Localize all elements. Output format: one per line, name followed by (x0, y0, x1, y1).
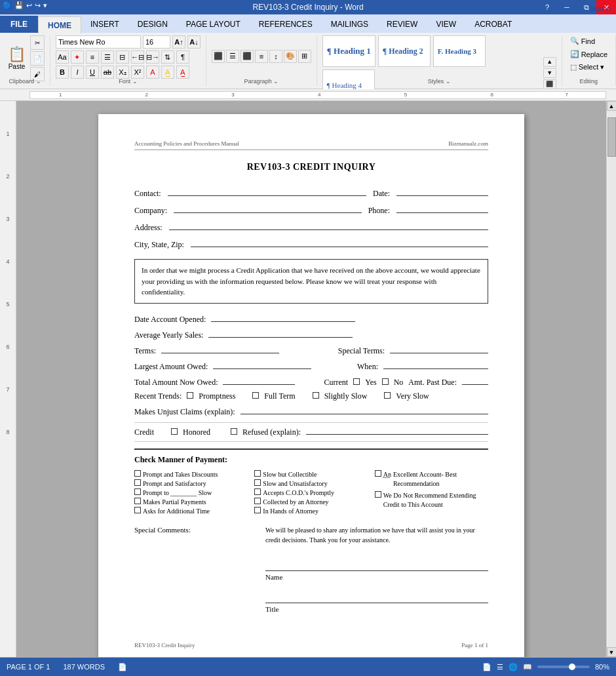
shading-btn[interactable]: 🎨 (284, 50, 297, 63)
style-heading3[interactable]: F. Heading 3 (433, 35, 486, 67)
name-line[interactable] (265, 558, 488, 571)
scroll-up-arrow[interactable]: ▲ (607, 101, 617, 111)
style-heading1[interactable]: ¶ Heading 1 (322, 35, 375, 67)
clear-format-btn[interactable]: ✦ (71, 50, 84, 64)
subscript-btn[interactable]: X₂ (116, 66, 129, 79)
terms-field[interactable] (161, 344, 279, 353)
title-line[interactable] (265, 590, 488, 603)
customize-btn[interactable]: ▾ (43, 1, 47, 10)
special-terms-field[interactable] (390, 344, 488, 353)
cb-no-recommend[interactable] (375, 491, 381, 498)
cb-prompt-disc[interactable] (134, 470, 141, 477)
style-heading2[interactable]: ¶ Heading 2 (378, 35, 431, 67)
contact-field[interactable] (168, 187, 366, 196)
sort-btn[interactable]: ⇅ (161, 50, 174, 64)
styles-scroll-down[interactable]: ▼ (543, 68, 556, 78)
align-left-btn[interactable]: ⬛ (212, 50, 225, 63)
font-grow-btn[interactable]: A↑ (172, 35, 185, 49)
italic-btn[interactable]: I (71, 66, 84, 79)
amt-past-field[interactable] (462, 376, 488, 385)
very-slow-cb[interactable] (384, 392, 391, 399)
indent-dec[interactable]: ←⊟ (131, 50, 144, 64)
tab-page-layout[interactable]: PAGE LAYOUT (177, 16, 250, 33)
align-right-btn[interactable]: ⬛ (241, 50, 254, 63)
cb-excellent[interactable] (375, 470, 381, 477)
list-btn3[interactable]: ⊟ (116, 50, 129, 64)
unjust-field[interactable] (241, 405, 488, 414)
align-justify-btn[interactable]: ≡ (255, 50, 268, 63)
scroll-down-arrow[interactable]: ▼ (607, 647, 617, 657)
cb-prompt-sat[interactable] (134, 479, 141, 486)
cb-slow-coll[interactable] (254, 470, 261, 477)
tab-insert[interactable]: INSERT (81, 16, 128, 33)
tab-home[interactable]: HOME (38, 16, 81, 33)
cut-button[interactable]: ✂ (30, 35, 45, 50)
copy-button[interactable]: 📄 (30, 51, 45, 66)
cb-prompt-slow[interactable] (134, 488, 141, 495)
text-highlight-btn[interactable]: A (146, 66, 159, 79)
address-field[interactable] (169, 221, 488, 230)
undo-btn[interactable]: ↩ (26, 1, 32, 10)
select-button[interactable]: ⬚ Select ▾ (568, 62, 610, 73)
quick-save[interactable]: 💾 (14, 1, 24, 10)
list-btn1[interactable]: ≡ (86, 50, 99, 64)
phone-field[interactable] (396, 204, 488, 213)
full-term-cb[interactable] (252, 392, 259, 399)
help-btn[interactable]: ? (537, 0, 557, 14)
outline-icon[interactable]: ☰ (497, 663, 503, 671)
zoom-thumb[interactable] (569, 664, 575, 670)
replace-button[interactable]: 🔄 Replace (568, 49, 610, 60)
cb-slow-unsat[interactable] (254, 479, 261, 486)
honored-cb[interactable] (171, 428, 178, 435)
show-marks-btn[interactable]: ¶ (176, 50, 189, 64)
font-size-input[interactable] (143, 35, 170, 49)
minimize-btn[interactable]: ─ (557, 0, 577, 14)
font-name-input[interactable] (56, 35, 141, 49)
tab-acrobat[interactable]: ACROBAT (465, 16, 521, 33)
tab-review[interactable]: REVIEW (377, 16, 427, 33)
indent-inc[interactable]: ⊟→ (146, 50, 159, 64)
bold-btn[interactable]: B (56, 66, 69, 79)
list-btn2[interactable]: ☰ (101, 50, 114, 64)
styles-scroll-up[interactable]: ▲ (543, 57, 556, 67)
city-field[interactable] (191, 238, 488, 247)
scroll-track[interactable] (607, 111, 616, 647)
current-checkbox[interactable] (353, 378, 360, 385)
border-btn[interactable]: ⊞ (298, 50, 311, 63)
cb-hands-attorney[interactable] (254, 507, 261, 513)
tab-references[interactable]: REFERENCES (250, 16, 322, 33)
avg-yearly-field[interactable] (208, 328, 353, 338)
tab-mailings[interactable]: MAILINGS (322, 16, 377, 33)
change-case-btn[interactable]: Aa (56, 50, 69, 64)
refused-cb[interactable] (231, 428, 237, 435)
zoom-slider[interactable] (537, 666, 590, 668)
largest-field[interactable] (213, 360, 311, 369)
date-field[interactable] (396, 187, 488, 196)
date-opened-field[interactable] (211, 313, 355, 322)
scroll-thumb[interactable] (607, 117, 616, 157)
line-spacing-btn[interactable]: ↕ (269, 50, 282, 63)
font-color-btn[interactable]: A̲ (176, 66, 189, 79)
yes-checkbox[interactable] (382, 378, 389, 385)
when-field[interactable] (383, 360, 488, 369)
cb-attorney-coll[interactable] (254, 498, 261, 504)
company-field[interactable] (174, 204, 362, 213)
font-shrink-btn[interactable]: A↓ (187, 35, 201, 49)
find-button[interactable]: 🔍 Find (568, 35, 610, 47)
strikethrough-btn[interactable]: ab (101, 66, 114, 79)
sign-in[interactable]: Sign in (583, 3, 616, 14)
text-color-btn[interactable]: A̲ (161, 66, 174, 79)
promptness-cb[interactable] (187, 392, 193, 399)
slightly-slow-cb[interactable] (313, 392, 319, 399)
tab-design[interactable]: DESIGN (128, 16, 177, 33)
read-mode-icon[interactable]: 📖 (523, 663, 532, 671)
underline-btn[interactable]: U (86, 66, 99, 79)
cb-cod[interactable] (254, 488, 261, 495)
cb-partial[interactable] (134, 498, 141, 504)
redo-btn[interactable]: ↪ (35, 1, 41, 10)
layout-icon[interactable]: 📄 (482, 663, 491, 671)
total-field[interactable] (223, 376, 295, 385)
tab-file[interactable]: FILE (0, 16, 38, 33)
refused-field[interactable] (306, 426, 488, 435)
tab-view[interactable]: VIEW (427, 16, 465, 33)
